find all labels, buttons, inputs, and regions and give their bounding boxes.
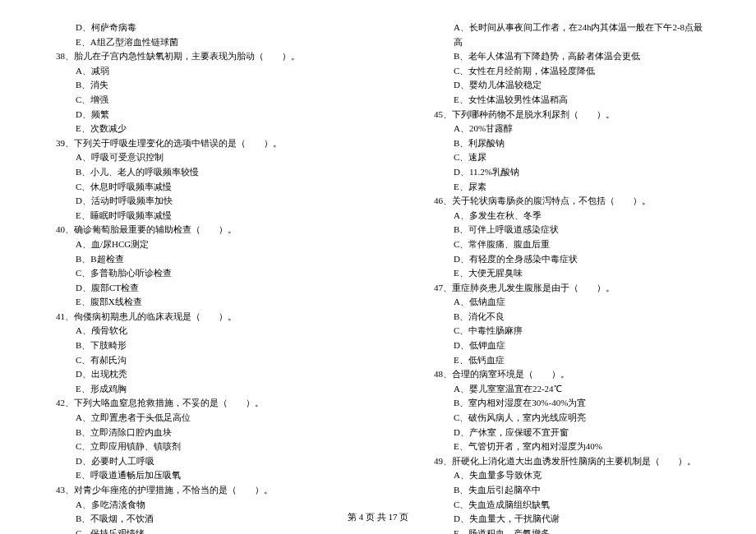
option-line: A、立即置患者于头低足高位 [49, 411, 329, 426]
option-line: A、多发生在秋、冬季 [427, 209, 707, 223]
option-line: E、肠道积血，产氨增多 [427, 527, 707, 534]
option-line: D、失血量大，干扰脑代谢 [427, 512, 707, 527]
option-line: C、破伤风病人，室内光线应明亮 [427, 411, 707, 426]
option-line: A、婴儿室室温宜在22-24℃ [427, 382, 707, 397]
option-line: B、消失 [49, 78, 329, 93]
question-line: 45、下列哪种药物不是脱水利尿剂（ ）。 [427, 108, 707, 122]
option-line: E、形成鸡胸 [49, 382, 329, 397]
option-line: C、保持乐观情绪 [49, 527, 329, 534]
option-line: A、失血量多导致休克 [427, 468, 707, 483]
content-columns: D、柯萨奇病毒E、A组乙型溶血性链球菌38、胎儿在子宫内急性缺氧初期，主要表现为… [49, 21, 707, 509]
option-line: A、呼吸可受意识控制 [49, 150, 329, 165]
option-line: D、11.2%乳酸钠 [427, 165, 707, 180]
option-line: C、增强 [49, 93, 329, 108]
question-line: 39、下列关于呼吸生理变化的选项中错误的是（ ）。 [49, 136, 329, 151]
question-line: 43、对青少年痤疮的护理措施，不恰当的是（ ）。 [49, 483, 329, 498]
option-line: A、长时间从事夜间工作者，在24h内其体温一般在下午2-8点最高 [427, 21, 707, 49]
option-line: E、A组乙型溶血性链球菌 [49, 35, 329, 50]
option-line: A、多吃清淡食物 [49, 498, 329, 513]
option-line: A、低钠血症 [427, 295, 707, 310]
option-line: B、消化不良 [427, 310, 707, 325]
option-line: E、低钙血症 [427, 353, 707, 368]
option-line: B、利尿酸钠 [427, 136, 707, 151]
option-line: E、气管切开者，室内相对湿度为40% [427, 440, 707, 454]
option-line: E、睡眠时呼吸频率减慢 [49, 209, 329, 223]
option-line: A、20%甘露醇 [427, 122, 707, 136]
option-line: C、中毒性肠麻痹 [427, 324, 707, 338]
option-line: C、立即应用镇静、镇咳剂 [49, 440, 329, 454]
question-line: 40、确诊葡萄胎最重要的辅助检查（ ）。 [49, 223, 329, 237]
question-line: 49、肝硬化上消化道大出血诱发肝性脑病的主要机制是（ ）。 [427, 454, 707, 469]
option-line: B、老年人体温有下降趋势，高龄者体温会更低 [427, 49, 707, 64]
left-column: D、柯萨奇病毒E、A组乙型溶血性链球菌38、胎儿在子宫内急性缺氧初期，主要表现为… [49, 21, 329, 509]
question-line: 38、胎儿在子宫内急性缺氧初期，主要表现为胎动（ ）。 [49, 49, 329, 64]
option-line: B、室内相对湿度在30%-40%为宜 [427, 396, 707, 411]
option-line: C、有郝氏沟 [49, 353, 329, 368]
option-line: B、失血后引起脑卒中 [427, 483, 707, 498]
question-line: 42、下列大咯血窒息抢救措施，不妥的是（ ）。 [49, 396, 329, 411]
option-line: D、腹部CT检查 [49, 281, 329, 296]
question-line: 47、重症肺炎患儿发生腹胀是由于（ ）。 [427, 281, 707, 296]
option-line: B、不吸烟，不饮酒 [49, 512, 329, 527]
option-line: B、可伴上呼吸道感染症状 [427, 223, 707, 237]
question-line: 48、合理的病室环境是（ ）。 [427, 367, 707, 382]
option-line: B、小儿、老人的呼吸频率较慢 [49, 165, 329, 180]
option-line: C、速尿 [427, 150, 707, 165]
option-line: D、有轻度的全身感染中毒症状 [427, 252, 707, 267]
option-line: E、次数减少 [49, 122, 329, 136]
option-line: D、频繁 [49, 108, 329, 122]
option-line: C、女性在月经前期，体温轻度降低 [427, 64, 707, 79]
right-column: A、长时间从事夜间工作者，在24h内其体温一般在下午2-8点最高B、老年人体温有… [427, 21, 707, 509]
option-line: E、女性体温较男性体温稍高 [427, 93, 707, 108]
option-line: C、休息时呼吸频率减慢 [49, 180, 329, 195]
option-line: A、血/尿HCG测定 [49, 237, 329, 252]
option-line: E、尿素 [427, 180, 707, 195]
option-line: C、多普勒胎心听诊检查 [49, 266, 329, 281]
option-line: B、下肢畸形 [49, 338, 329, 353]
option-line: B、立即清除口腔内血块 [49, 426, 329, 440]
option-line: D、必要时人工呼吸 [49, 454, 329, 469]
option-line: D、产休室，应保暖不宜开窗 [427, 426, 707, 440]
option-line: C、常伴腹痛、腹血后重 [427, 237, 707, 252]
option-line: D、低钾血症 [427, 338, 707, 353]
option-line: B、B超检查 [49, 252, 329, 267]
option-line: A、颅骨软化 [49, 324, 329, 338]
option-line: A、减弱 [49, 64, 329, 79]
option-line: D、出现枕秃 [49, 367, 329, 382]
question-line: 46、关于轮状病毒肠炎的腹泻特点，不包括（ ）。 [427, 194, 707, 209]
option-line: D、柯萨奇病毒 [49, 21, 329, 35]
option-line: E、腹部X线检查 [49, 295, 329, 310]
option-line: C、失血造成脑组织缺氧 [427, 498, 707, 513]
option-line: D、活动时呼吸频率加快 [49, 194, 329, 209]
option-line: E、呼吸道通畅后加压吸氧 [49, 468, 329, 483]
option-line: E、大便无腥臭味 [427, 266, 707, 281]
question-line: 41、佝偻病初期患儿的临床表现是（ ）。 [49, 310, 329, 325]
option-line: D、婴幼儿体温较稳定 [427, 78, 707, 93]
